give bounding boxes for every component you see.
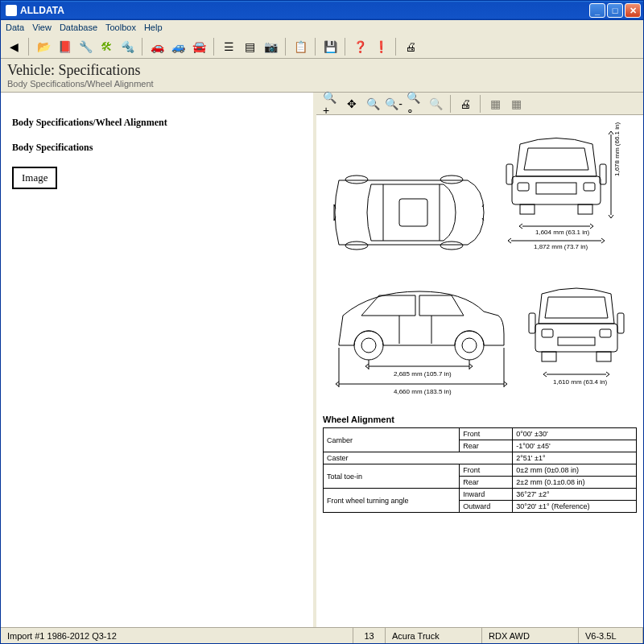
svg-point-5 <box>440 175 463 184</box>
svg-point-3 <box>345 175 368 184</box>
book-icon[interactable]: 📕 <box>56 39 72 55</box>
left-heading-2: Body Specifications <box>12 142 302 154</box>
car3-icon[interactable]: 🚘 <box>191 39 207 55</box>
zoom-search-icon[interactable]: 🔍 <box>427 96 444 112</box>
car2-icon[interactable]: 🚙 <box>170 39 186 55</box>
main-toolbar: ◀ 📂 📕 🔧 🛠 🔩 🚗 🚙 🚘 ☰ ▤ 📷 📋 💾 ❓ ❗ 🖨 <box>1 35 643 59</box>
svg-rect-9 <box>518 183 529 191</box>
grid1-icon[interactable]: ▦ <box>487 96 503 112</box>
page-title: Vehicle: Specifications <box>7 62 637 79</box>
dim-front-width2: 1,872 mm (73.7 in) <box>534 243 588 250</box>
svg-point-4 <box>345 242 368 250</box>
svg-rect-34 <box>542 352 556 361</box>
breadcrumb: Body Specifications/Wheel Alignment <box>7 79 637 89</box>
svg-rect-11 <box>520 204 535 214</box>
folder-icon[interactable]: 📂 <box>35 39 52 55</box>
status-dataset: Import #1 1986-2012 Q3-12 <box>1 628 353 643</box>
car1-icon[interactable]: 🚗 <box>149 39 165 55</box>
dim-front-width1: 1,604 mm (63.1 in) <box>535 229 589 236</box>
svg-rect-37 <box>617 313 624 333</box>
svg-rect-33 <box>558 337 595 345</box>
tool1-icon[interactable]: 🔧 <box>77 39 93 55</box>
table-row: CamberFront0°00' ±30' <box>324 428 637 440</box>
dim-height: 1,678 mm (66.1 in) <box>613 122 621 176</box>
status-num: 13 <box>353 628 386 643</box>
info-icon[interactable]: ❗ <box>373 39 389 55</box>
list-icon[interactable]: ☰ <box>221 39 237 55</box>
zoom-fit-icon[interactable]: 🔍 <box>365 96 381 112</box>
left-pane: Body Specifications/Wheel Alignment Body… <box>1 93 313 627</box>
table-row: Front wheel turning angleInward36°27' ±2… <box>324 489 637 501</box>
menubar: Data View Database Toolbox Help <box>1 20 643 35</box>
minimize-button[interactable]: _ <box>589 3 605 18</box>
svg-rect-0 <box>399 199 427 226</box>
menu-help[interactable]: Help <box>144 23 163 32</box>
table-row: Total toe-inFront0±2 mm (0±0.08 in) <box>324 464 637 477</box>
grid2-icon[interactable]: ▦ <box>508 96 524 112</box>
status-engine: V6-3.5L <box>579 628 643 643</box>
menu-toolbox[interactable]: Toolbox <box>105 23 136 32</box>
svg-rect-35 <box>597 352 611 361</box>
diagram-area: 1,678 mm (66.1 in) 1,604 mm (63.1 in) 1,… <box>316 115 643 627</box>
image-link[interactable]: Image <box>12 167 57 189</box>
back-button[interactable]: ◀ <box>6 39 22 55</box>
dim-length: 4,660 mm (183.5 in) <box>394 388 452 395</box>
print2-icon[interactable]: 🖨 <box>457 96 473 112</box>
svg-point-18 <box>354 331 383 360</box>
statusbar: Import #1 1986-2012 Q3-12 13 Acura Truck… <box>1 627 643 643</box>
menu-view[interactable]: View <box>32 23 52 32</box>
svg-rect-31 <box>542 329 553 337</box>
clipboard-icon[interactable]: 📋 <box>292 39 308 55</box>
left-heading-1: Body Specifications/Wheel Alignment <box>12 117 302 129</box>
svg-point-21 <box>462 338 477 353</box>
close-button[interactable]: ✕ <box>625 3 641 18</box>
vehicle-front-view: 1,678 mm (66.1 in) 1,604 mm (63.1 in) 1,… <box>500 120 629 265</box>
titlebar: ALLDATA _ □ ✕ <box>1 1 643 20</box>
svg-rect-36 <box>529 313 535 333</box>
print-icon[interactable]: 🖨 <box>402 39 419 55</box>
vehicle-side-view: 2,685 mm (105.7 in) 4,660 mm (183.5 in) <box>323 271 516 408</box>
vehicle-rear-view: 1,610 mm (63.4 in) <box>524 271 637 408</box>
tool3-icon[interactable]: 🔩 <box>119 39 135 55</box>
svg-point-6 <box>440 242 463 250</box>
app-icon <box>6 5 17 16</box>
table-row: Caster2°51' ±1° <box>324 452 637 464</box>
menu-database[interactable]: Database <box>60 23 97 32</box>
svg-rect-32 <box>600 329 611 337</box>
svg-point-19 <box>361 338 376 353</box>
page-icon[interactable]: ▤ <box>242 39 258 55</box>
pan-icon[interactable]: ✥ <box>344 96 360 112</box>
right-pane: 🔍+ ✥ 🔍 🔍- 🔍∘ 🔍 🖨 ▦ ▦ <box>313 93 643 627</box>
disk-icon[interactable]: 💾 <box>322 39 338 55</box>
zoom-reset-icon[interactable]: 🔍∘ <box>407 96 423 112</box>
header-section: Vehicle: Specifications Body Specificati… <box>1 59 643 93</box>
camera-icon[interactable]: 📷 <box>262 39 279 55</box>
zoom-in-icon[interactable]: 🔍+ <box>323 96 339 112</box>
spec-table-title: Wheel Alignment <box>323 415 637 424</box>
zoom-out-icon[interactable]: 🔍- <box>386 96 402 112</box>
wheel-alignment-table: CamberFront0°00' ±30' Rear-1°00' ±45' Ca… <box>323 427 637 513</box>
image-toolbar: 🔍+ ✥ 🔍 🔍- 🔍∘ 🔍 🖨 ▦ ▦ <box>316 93 643 115</box>
status-model: RDX AWD <box>482 628 579 643</box>
menu-data[interactable]: Data <box>6 23 24 32</box>
help-icon[interactable]: ❓ <box>352 39 368 55</box>
svg-rect-10 <box>584 183 595 191</box>
maximize-button[interactable]: □ <box>607 3 623 18</box>
dim-wheelbase: 2,685 mm (105.7 in) <box>394 370 452 378</box>
window-title: ALLDATA <box>20 5 64 16</box>
svg-rect-8 <box>536 183 576 194</box>
svg-rect-12 <box>578 204 592 214</box>
vehicle-top-view <box>323 160 492 265</box>
status-make: Acura Truck <box>386 628 482 643</box>
dim-rear-track: 1,610 mm (63.4 in) <box>553 378 607 386</box>
svg-point-20 <box>455 331 484 360</box>
tool2-icon[interactable]: 🛠 <box>98 39 114 55</box>
